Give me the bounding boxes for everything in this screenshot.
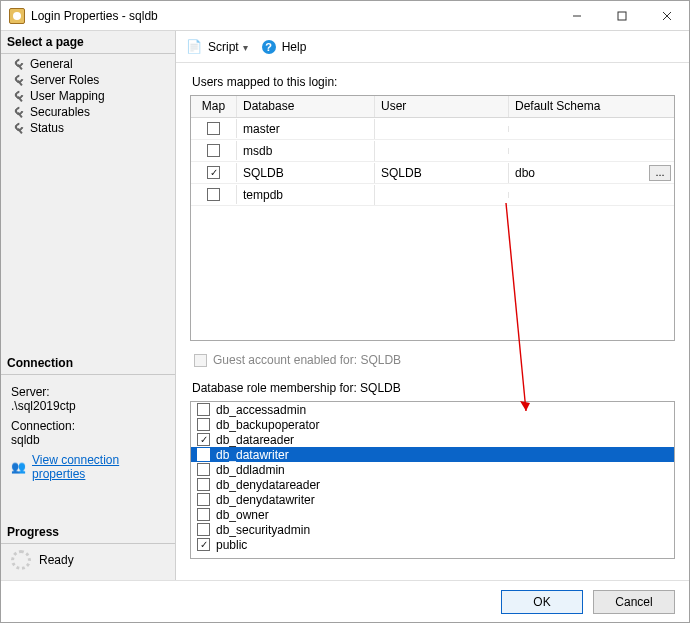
schema-browse-button[interactable]: ...	[649, 165, 671, 181]
server-label: Server:	[11, 385, 169, 399]
wrench-icon	[13, 122, 26, 135]
table-row[interactable]: master	[191, 118, 674, 140]
role-item[interactable]: db_denydatareader	[191, 477, 674, 492]
page-item-securables[interactable]: Securables	[1, 104, 175, 120]
cancel-button[interactable]: Cancel	[593, 590, 675, 614]
progress-header: Progress	[1, 521, 175, 544]
maximize-button[interactable]	[599, 1, 644, 30]
table-row[interactable]: tempdb	[191, 184, 674, 206]
role-checkbox[interactable]	[197, 433, 210, 446]
window-title: Login Properties - sqldb	[31, 9, 158, 23]
role-item[interactable]: db_datareader	[191, 432, 674, 447]
role-label: db_denydatawriter	[216, 493, 315, 507]
map-checkbox[interactable]	[207, 122, 220, 135]
role-item[interactable]: db_backupoperator	[191, 417, 674, 432]
cancel-label: Cancel	[615, 595, 652, 609]
script-icon	[186, 39, 202, 54]
role-item[interactable]: db_accessadmin	[191, 402, 674, 417]
progress-status: Ready	[39, 553, 74, 567]
guest-account-row: Guest account enabled for: SQLDB	[194, 353, 675, 367]
title-bar: Login Properties - sqldb	[1, 1, 689, 31]
cell-database: tempdb	[237, 185, 375, 205]
role-item[interactable]: db_datawriter	[191, 447, 674, 462]
page-item-user-mapping[interactable]: User Mapping	[1, 88, 175, 104]
roles-listbox: db_accessadmindb_backupoperatordb_datare…	[190, 401, 675, 559]
map-checkbox[interactable]	[207, 166, 220, 179]
role-item[interactable]: db_securityadmin	[191, 522, 674, 537]
col-map[interactable]: Map	[191, 96, 237, 117]
col-schema[interactable]: Default Schema	[509, 96, 674, 117]
close-button[interactable]	[644, 1, 689, 30]
col-database[interactable]: Database	[237, 96, 375, 117]
page-item-label: Status	[30, 121, 64, 135]
col-user[interactable]: User	[375, 96, 509, 117]
left-pane: Select a page General Server Roles User …	[1, 31, 176, 580]
role-checkbox[interactable]	[197, 448, 210, 461]
role-checkbox[interactable]	[197, 403, 210, 416]
server-value: .\sql2019ctp	[11, 399, 169, 413]
page-item-server-roles[interactable]: Server Roles	[1, 72, 175, 88]
view-connection-properties-link[interactable]: View connection properties	[32, 453, 169, 481]
role-checkbox[interactable]	[197, 538, 210, 551]
cell-user	[375, 148, 509, 154]
role-item[interactable]: db_ddladmin	[191, 462, 674, 477]
minimize-button[interactable]	[554, 1, 599, 30]
map-checkbox[interactable]	[207, 188, 220, 201]
role-checkbox[interactable]	[197, 523, 210, 536]
role-checkbox[interactable]	[197, 478, 210, 491]
table-row[interactable]: msdb	[191, 140, 674, 162]
role-label: db_securityadmin	[216, 523, 310, 537]
role-label: db_owner	[216, 508, 269, 522]
table-row[interactable]: SQLDBSQLDBdbo...	[191, 162, 674, 184]
help-icon: ?	[262, 40, 276, 54]
users-mapped-label: Users mapped to this login:	[192, 75, 675, 89]
cell-database: master	[237, 119, 375, 139]
page-item-label: Server Roles	[30, 73, 99, 87]
mapping-grid: Map Database User Default Schema masterm…	[190, 95, 675, 341]
map-checkbox[interactable]	[207, 144, 220, 157]
cell-schema: dbo...	[509, 163, 674, 183]
connection-label: Connection:	[11, 419, 169, 433]
page-item-label: General	[30, 57, 73, 71]
cell-schema	[509, 192, 674, 198]
cell-schema	[509, 126, 674, 132]
mapping-grid-header: Map Database User Default Schema	[191, 96, 674, 118]
cell-user: SQLDB	[375, 163, 509, 183]
cell-database: msdb	[237, 141, 375, 161]
role-label: db_datareader	[216, 433, 294, 447]
cell-user	[375, 126, 509, 132]
connection-value: sqldb	[11, 433, 169, 447]
progress-spinner-icon	[11, 550, 31, 570]
toolbar: Script ? Help	[176, 31, 689, 63]
page-item-label: Securables	[30, 105, 90, 119]
right-pane: Script ? Help Users mapped to this login…	[176, 31, 689, 580]
role-checkbox[interactable]	[197, 463, 210, 476]
role-label: db_denydatareader	[216, 478, 320, 492]
guest-checkbox	[194, 354, 207, 367]
script-dropdown[interactable]: Script	[208, 40, 248, 54]
cell-database: SQLDB	[237, 163, 375, 183]
wrench-icon	[13, 58, 26, 71]
script-label: Script	[208, 40, 239, 54]
connection-header: Connection	[1, 352, 175, 375]
wrench-icon	[13, 106, 26, 119]
cell-user	[375, 192, 509, 198]
role-label: db_ddladmin	[216, 463, 285, 477]
page-item-status[interactable]: Status	[1, 120, 175, 136]
page-item-general[interactable]: General	[1, 56, 175, 72]
help-button[interactable]: Help	[282, 40, 307, 54]
footer: OK Cancel	[1, 580, 689, 622]
ok-button[interactable]: OK	[501, 590, 583, 614]
role-checkbox[interactable]	[197, 508, 210, 521]
role-label: db_backupoperator	[216, 418, 319, 432]
ok-label: OK	[533, 595, 550, 609]
wrench-icon	[13, 74, 26, 87]
role-checkbox[interactable]	[197, 418, 210, 431]
role-item[interactable]: public	[191, 537, 674, 552]
page-list: General Server Roles User Mapping Secura…	[1, 54, 175, 144]
role-membership-label: Database role membership for: SQLDB	[192, 381, 675, 395]
role-checkbox[interactable]	[197, 493, 210, 506]
people-icon	[11, 460, 26, 474]
role-item[interactable]: db_owner	[191, 507, 674, 522]
role-item[interactable]: db_denydatawriter	[191, 492, 674, 507]
